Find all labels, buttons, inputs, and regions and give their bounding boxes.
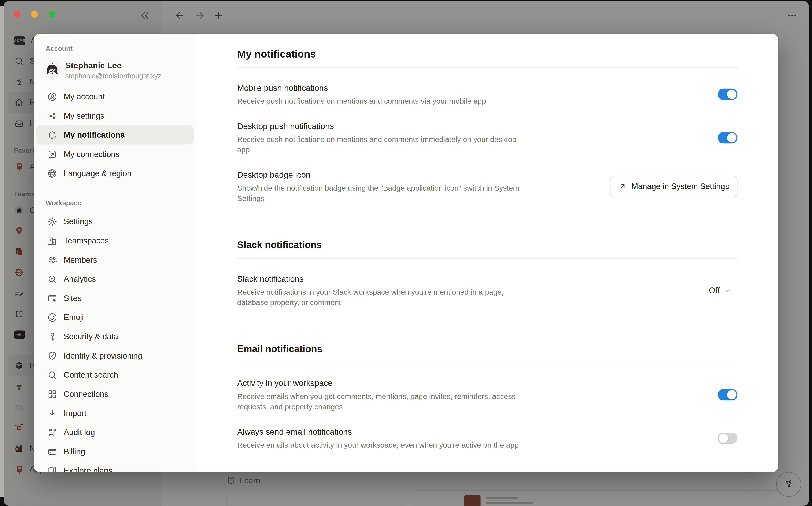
section-title: Email notifications [237, 343, 737, 355]
sliders-icon [47, 111, 58, 121]
settings-sidebar-item-audit-log[interactable]: Audit log [36, 423, 194, 442]
settings-sidebar-item-identity-provisioning[interactable]: Identity & provisioning [36, 346, 194, 365]
person-circle-icon [47, 91, 58, 102]
setting-description: Receive emails when you get comments, me… [237, 391, 530, 412]
setting-row-desktop-push-notifications: Desktop push notificationsReceive push n… [237, 121, 737, 155]
window-controls [13, 11, 56, 17]
settings-sidebar-item-content-search[interactable]: Content search [36, 365, 194, 385]
setting-label: Slack notifications [237, 273, 530, 284]
settings-sidebar-item-security-data[interactable]: Security & data [36, 327, 194, 346]
grid-icon [47, 389, 58, 399]
section-title: My notifications [237, 48, 737, 60]
settings-sidebar-item-my-account[interactable]: My account [36, 87, 194, 106]
settings-sidebar-item-label: Connections [64, 389, 108, 399]
toggle-mobile-push-notifications[interactable] [718, 89, 737, 100]
setting-row-mobile-push-notifications: Mobile push notificationsReceive push no… [237, 82, 737, 106]
settings-dialog: Account [34, 34, 778, 472]
account-section-header: Account [34, 45, 196, 54]
setting-description: Receive push notifications on mentions a… [237, 96, 530, 106]
settings-sidebar-item-settings[interactable]: Settings [36, 212, 194, 231]
settings-sidebar-item-label: Audit log [64, 428, 95, 437]
settings-sidebar-item-billing[interactable]: Billing [36, 442, 194, 461]
toggle-knob [727, 90, 736, 99]
setting-text: Desktop push notificationsReceive push n… [237, 121, 530, 155]
setting-label: Activity in your workspace [237, 377, 530, 389]
share-square-icon [47, 149, 58, 159]
settings-sidebar-item-label: My account [64, 92, 105, 101]
toggle-knob [719, 434, 728, 443]
toggle-always-send-email-notifications[interactable] [718, 433, 737, 444]
settings-sidebar-item-members[interactable]: Members [36, 250, 194, 269]
toggle-knob [727, 390, 736, 399]
setting-label: Mobile push notifications [237, 82, 530, 93]
settings-sidebar-item-language-region[interactable]: Language & region [36, 164, 194, 183]
zoom-window-button[interactable] [48, 11, 56, 17]
globe-icon [47, 168, 58, 178]
settings-section-slack-notifications: Slack notificationsSlack notificationsRe… [237, 239, 737, 308]
settings-sidebar-item-label: Settings [64, 217, 93, 226]
avatar [43, 62, 61, 79]
settings-sidebar-item-label: Analytics [64, 274, 96, 284]
minimize-window-button[interactable] [31, 11, 38, 17]
settings-sidebar-item-label: Teamspaces [64, 236, 109, 245]
account-user[interactable]: Stephanie Lee stephanie@toolsforthought.… [39, 59, 192, 83]
settings-sidebar-item-connections[interactable]: Connections [36, 385, 194, 404]
setting-text: Mobile push notificationsReceive push no… [237, 82, 530, 106]
setting-row-slack-notifications: Slack notificationsReceive notifications… [237, 273, 737, 308]
chevron-down-icon [724, 287, 731, 294]
zoom-plus-icon [47, 274, 58, 284]
setting-row-desktop-badge-icon: Desktop badge iconShow/hide the notifica… [237, 169, 737, 204]
divider [237, 362, 737, 363]
section-title: Slack notifications [237, 239, 737, 251]
settings-sidebar-item-analytics[interactable]: Analytics [36, 269, 194, 288]
setting-text: Always send email notificationsReceive e… [237, 426, 530, 450]
settings-sidebar-item-explore-plans[interactable]: Explore plans [36, 461, 194, 472]
building-icon [47, 236, 58, 246]
toggle-activity-in-your-workspace[interactable] [718, 389, 737, 401]
app-window: ACMEASNHIFavoriATeamsClykaPNew Hire Onbo… [4, 1, 809, 506]
settings-sidebar-item-label: Billing [64, 447, 85, 456]
settings-sidebar-item-label: Explore plans [64, 466, 112, 472]
settings-sidebar-item-emoji[interactable]: Emoji [36, 308, 194, 327]
settings-sidebar-item-my-settings[interactable]: My settings [36, 106, 194, 125]
setting-description: Show/hide the notification badge using t… [237, 183, 530, 203]
download-icon [47, 408, 58, 418]
setting-text: Slack notificationsReceive notifications… [237, 273, 530, 308]
setting-text: Activity in your workspaceReceive emails… [237, 377, 530, 412]
setting-row-always-send-email-notifications: Always send email notificationsReceive e… [237, 426, 737, 450]
settings-section-email-notifications: Email notificationsActivity in your work… [237, 343, 737, 450]
workspace-section-header: Workspace [34, 199, 196, 208]
manage-in-system-settings-button[interactable]: Manage in System Settings [610, 176, 737, 197]
slack-notifications-dropdown[interactable]: Off [709, 286, 731, 295]
setting-label: Always send email notifications [237, 426, 530, 437]
shield-check-icon [47, 350, 58, 361]
divider [237, 67, 737, 68]
account-items-list: My accountMy settingsMy notificationsMy … [34, 87, 196, 183]
settings-sidebar-item-label: Sites [64, 293, 81, 303]
settings-sidebar-item-teamspaces[interactable]: Teamspaces [36, 231, 194, 250]
button-label: Manage in System Settings [631, 182, 729, 191]
scroll-icon [47, 427, 58, 437]
settings-sidebar-item-my-connections[interactable]: My connections [36, 145, 194, 164]
settings-sidebar-item-label: My connections [64, 150, 119, 159]
setting-label: Desktop push notifications [237, 121, 530, 132]
divider [237, 258, 737, 259]
settings-sidebar-item-label: My notifications [64, 130, 125, 140]
toggle-knob [727, 133, 736, 142]
settings-sidebar-item-label: Import [64, 409, 87, 418]
search-icon [47, 369, 58, 380]
setting-description: Receive push notifications on mentions a… [237, 134, 530, 155]
setting-description: Receive emails about activity in your wo… [237, 440, 530, 450]
settings-sidebar-item-my-notifications[interactable]: My notifications [36, 125, 194, 145]
close-window-button[interactable] [13, 11, 20, 17]
setting-row-activity-in-your-workspace: Activity in your workspaceReceive emails… [237, 377, 737, 412]
toggle-desktop-push-notifications[interactable] [718, 132, 737, 144]
dropdown-value: Off [709, 286, 720, 295]
smiley-icon [47, 312, 58, 323]
settings-sidebar-item-label: Identity & provisioning [64, 351, 142, 360]
settings-section-my-notifications: My notificationsMobile push notification… [237, 48, 737, 203]
key-icon [47, 331, 58, 342]
user-email: stephanie@toolsforthought.xyz [65, 71, 188, 80]
settings-sidebar-item-sites[interactable]: Sites [36, 288, 194, 308]
settings-sidebar-item-import[interactable]: Import [36, 404, 194, 423]
